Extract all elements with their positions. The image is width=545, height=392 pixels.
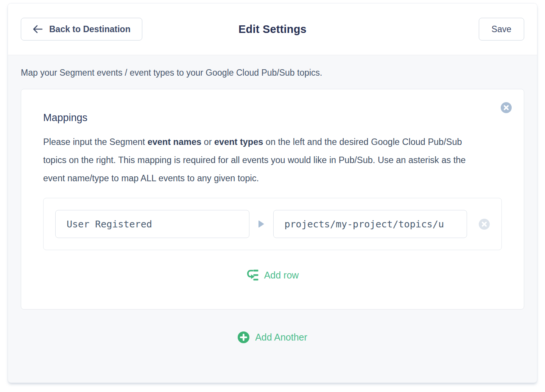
remove-row-button[interactable] <box>479 219 490 230</box>
mappings-card: Mappings Please input the Segment event … <box>21 89 524 310</box>
close-circle-icon <box>501 102 512 113</box>
mapping-row <box>43 198 502 250</box>
save-button[interactable]: Save <box>479 18 524 40</box>
header-bar: Back to Destination Edit Settings Save <box>8 3 537 55</box>
add-row-label: Add row <box>264 270 299 281</box>
settings-body: Map your Segment events / event types to… <box>8 68 537 343</box>
add-another-label: Add Another <box>255 332 307 343</box>
topic-input[interactable] <box>273 210 467 238</box>
arrow-left-icon <box>33 25 43 34</box>
triangle-right-icon <box>258 220 264 228</box>
close-circle-icon <box>479 219 490 230</box>
plus-circle-icon <box>238 331 249 343</box>
add-row-button[interactable]: Add row <box>43 269 502 281</box>
page-title: Edit Settings <box>238 23 307 36</box>
close-card-button[interactable] <box>501 102 512 113</box>
emphasis-event-names: event names <box>148 137 201 147</box>
intro-text: Map your Segment events / event types to… <box>21 68 524 78</box>
card-description: Please input the Segment event names or … <box>43 133 486 187</box>
edit-settings-panel: Back to Destination Edit Settings Save M… <box>8 3 537 383</box>
event-name-input[interactable] <box>55 210 249 238</box>
card-title: Mappings <box>43 112 502 124</box>
insert-row-icon <box>246 269 258 281</box>
emphasis-event-types: event types <box>214 137 263 147</box>
back-button-label: Back to Destination <box>49 24 131 34</box>
add-another-button[interactable]: Add Another <box>21 331 524 343</box>
back-to-destination-button[interactable]: Back to Destination <box>21 18 142 40</box>
